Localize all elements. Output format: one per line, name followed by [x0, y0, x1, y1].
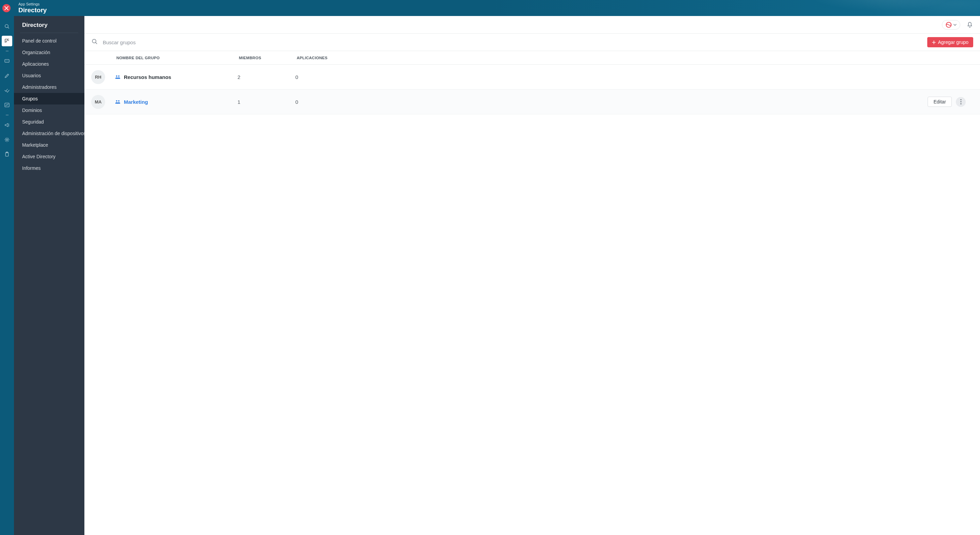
sidebar-item-panel-de-control[interactable]: Panel de control — [14, 35, 84, 47]
app-switcher[interactable] — [942, 20, 960, 30]
col-name: NOMBRE DEL GRUPO — [115, 56, 237, 60]
groups-table: NOMBRE DEL GRUPO MIEMBROS APLICACIONES R… — [84, 51, 980, 535]
sidebar-title: Directory — [14, 16, 84, 33]
sidebar-item-marketplace[interactable]: Marketplace — [14, 139, 84, 151]
rail-reports[interactable] — [2, 100, 12, 110]
header-subtitle: App Settings — [18, 2, 47, 6]
pencil-icon — [4, 73, 10, 79]
sidebar-item-aplicaciones[interactable]: Aplicaciones — [14, 58, 84, 70]
rail-clipboard[interactable] — [2, 149, 12, 159]
notifications-button[interactable] — [966, 21, 973, 28]
sidebar-item-seguridad[interactable]: Seguridad — [14, 116, 84, 127]
main-content: Agregar grupo NOMBRE DEL GRUPO MIEMBROS … — [84, 16, 980, 535]
sidebar-item-administración-de-dispositivos[interactable]: Administración de dispositivos — [14, 127, 84, 139]
rail-edit[interactable] — [2, 70, 12, 81]
plus-icon — [932, 40, 936, 44]
add-group-label: Agregar grupo — [938, 40, 969, 45]
rail-divider-1 — [2, 49, 12, 53]
sidebar-item-informes[interactable]: Informes — [14, 162, 84, 174]
clipboard-icon — [4, 151, 10, 157]
sidebar-item-grupos[interactable]: Grupos — [14, 93, 84, 105]
svg-point-13 — [116, 100, 118, 102]
checks-icon — [4, 88, 10, 93]
rail-chat[interactable] — [2, 56, 12, 66]
directory-icon — [4, 38, 10, 44]
group-name: Marketing — [124, 99, 148, 105]
sidebar: Directory Panel de controlOrganizaciónAp… — [14, 16, 84, 535]
table-row[interactable]: MAMarketing10Editar — [84, 89, 980, 115]
sidebar-item-dominios[interactable]: Dominios — [14, 105, 84, 116]
members-count: 2 — [237, 74, 295, 80]
search-icon — [91, 38, 98, 46]
group-avatar: MA — [91, 95, 105, 109]
svg-point-14 — [118, 100, 119, 102]
search-input[interactable] — [103, 40, 923, 45]
rail-directory[interactable] — [2, 36, 12, 46]
rail-divider-2 — [2, 113, 12, 117]
search-icon — [4, 24, 10, 29]
gear-icon — [4, 137, 10, 143]
svg-point-16 — [960, 101, 961, 102]
svg-point-3 — [7, 61, 7, 61]
svg-point-2 — [6, 61, 6, 61]
rail-search[interactable] — [2, 21, 12, 32]
members-count: 1 — [237, 99, 295, 105]
add-group-button[interactable]: Agregar grupo — [927, 37, 973, 47]
sidebar-item-administradores[interactable]: Administradores — [14, 81, 84, 93]
group-icon — [115, 75, 121, 79]
rail-checks[interactable] — [2, 85, 12, 96]
chevron-down-icon — [953, 24, 956, 26]
apps-count: 0 — [295, 74, 905, 80]
sidebar-item-organización[interactable]: Organización — [14, 47, 84, 58]
svg-point-11 — [116, 76, 118, 77]
svg-point-15 — [960, 99, 961, 100]
sidebar-divider — [20, 33, 78, 33]
rail-settings[interactable] — [2, 134, 12, 145]
toolbar — [84, 16, 980, 34]
svg-point-12 — [118, 76, 119, 77]
group-avatar: RH — [91, 70, 105, 84]
group-name-cell[interactable]: Marketing — [115, 99, 237, 105]
zoho-icon — [946, 22, 952, 28]
apps-count: 0 — [295, 99, 905, 105]
sidebar-item-active-directory[interactable]: Active Directory — [14, 151, 84, 162]
more-actions-button[interactable] — [956, 97, 966, 107]
table-header: NOMBRE DEL GRUPO MIEMBROS APLICACIONES — [84, 51, 980, 65]
dots-vertical-icon — [960, 99, 962, 105]
group-icon — [115, 99, 121, 104]
close-icon — [5, 6, 8, 10]
sidebar-item-usuarios[interactable]: Usuarios — [14, 70, 84, 81]
bell-icon — [966, 21, 973, 28]
table-row[interactable]: RHRecursos humanos20 — [84, 65, 980, 89]
top-header: App Settings Directory — [0, 0, 980, 16]
icon-rail — [0, 16, 14, 535]
group-name-cell[interactable]: Recursos humanos — [115, 74, 237, 80]
col-apps: APLICACIONES — [295, 56, 905, 60]
megaphone-icon — [4, 122, 10, 128]
search-bar: Agregar grupo — [84, 34, 980, 51]
edit-button[interactable]: Editar — [928, 97, 952, 107]
rail-announce[interactable] — [2, 120, 12, 131]
close-button[interactable] — [2, 4, 11, 12]
svg-point-17 — [960, 103, 961, 104]
group-name: Recursos humanos — [124, 74, 171, 80]
chart-icon — [4, 102, 10, 108]
col-members: MIEMBROS — [237, 56, 295, 60]
header-title: Directory — [18, 6, 47, 14]
chat-icon — [4, 58, 10, 64]
svg-point-6 — [6, 139, 8, 140]
